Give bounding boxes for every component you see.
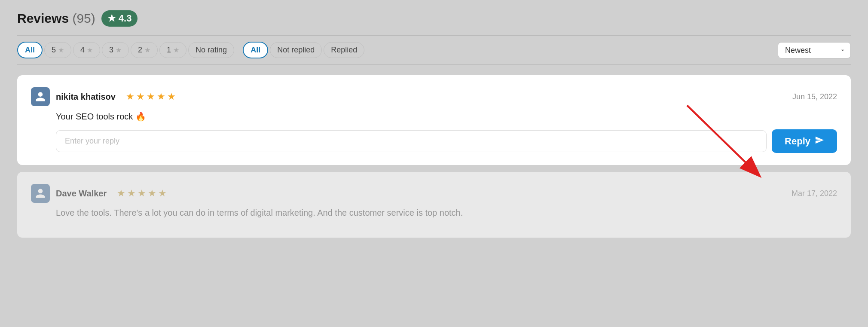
reviews-list: nikita khatisov ★ ★ ★ ★ ★ Jun 15, 2022 Y… [17, 75, 851, 238]
filter-all-stars[interactable]: All [17, 42, 43, 58]
reply-filter-group: All Not replied Replied [243, 42, 364, 58]
star-2-4: ★ [148, 188, 156, 199]
reply-input-1[interactable] [56, 130, 767, 152]
star-2-5: ★ [158, 188, 167, 199]
star-icon: ★ [107, 13, 116, 24]
stars-2: ★ ★ ★ ★ ★ [117, 188, 167, 199]
reply-button-1[interactable]: Reply [772, 129, 837, 153]
sort-select[interactable]: Newest Oldest Highest rating Lowest rati… [778, 42, 851, 58]
star-2-1: ★ [117, 188, 125, 199]
star-1-5: ★ [167, 91, 176, 102]
filter-no-rating[interactable]: No rating [188, 42, 234, 58]
filter-3-stars[interactable]: 3 ★ [102, 42, 129, 58]
reviewer-info-2: Dave Walker ★ ★ ★ ★ ★ [31, 184, 167, 203]
stars-1: ★ ★ ★ ★ ★ [126, 91, 176, 102]
review-date-1: Jun 15, 2022 [792, 92, 837, 101]
reviewer-name-1: nikita khatisov [56, 92, 116, 102]
star-2-3: ★ [138, 188, 146, 199]
filter-all-replies[interactable]: All [243, 42, 268, 58]
star-1-3: ★ [147, 91, 155, 102]
filter-not-replied[interactable]: Not replied [270, 42, 322, 58]
review-text-1: Your SEO tools rock 🔥 [56, 111, 837, 122]
filter-replied[interactable]: Replied [324, 42, 364, 58]
reviewer-info-1: nikita khatisov ★ ★ ★ ★ ★ [31, 87, 176, 106]
star-1-2: ★ [136, 91, 145, 102]
rating-value: 4.3 [119, 13, 132, 24]
sort-wrapper: Newest Oldest Highest rating Lowest rati… [778, 42, 851, 58]
filter-5-stars[interactable]: 5 ★ [44, 42, 71, 58]
title-text: Reviews [17, 11, 69, 25]
reviews-header: Reviews (95) ★ 4.3 [17, 10, 851, 27]
star-2-2: ★ [127, 188, 136, 199]
review-text-2: Love the tools. There's a lot you can do… [56, 208, 837, 218]
reply-row-1: Reply [56, 129, 837, 153]
reply-label-1: Reply [785, 136, 810, 147]
filter-1-star[interactable]: 1 ★ [159, 42, 186, 58]
avatar-2 [31, 184, 50, 203]
review-header-1: nikita khatisov ★ ★ ★ ★ ★ Jun 15, 2022 [31, 87, 837, 106]
star-filter-group: All 5 ★ 4 ★ 3 ★ 2 ★ 1 ★ No rating [17, 42, 234, 58]
filter-bar: All 5 ★ 4 ★ 3 ★ 2 ★ 1 ★ No rating All No… [17, 35, 851, 65]
rating-badge: ★ 4.3 [101, 10, 138, 27]
review-card-1: nikita khatisov ★ ★ ★ ★ ★ Jun 15, 2022 Y… [17, 75, 851, 165]
avatar-1 [31, 87, 50, 106]
review-header-2: Dave Walker ★ ★ ★ ★ ★ Mar 17, 2022 [31, 184, 837, 203]
reviewer-name-2: Dave Walker [56, 189, 107, 199]
star-1-4: ★ [157, 91, 165, 102]
review-card-2: Dave Walker ★ ★ ★ ★ ★ Mar 17, 2022 Love … [17, 172, 851, 238]
filter-4-stars[interactable]: 4 ★ [73, 42, 100, 58]
reviews-count: (95) [72, 11, 95, 25]
send-icon-1 [815, 135, 824, 147]
reviews-title: Reviews (95) [17, 11, 95, 26]
filter-2-stars[interactable]: 2 ★ [131, 42, 158, 58]
star-1-1: ★ [126, 91, 134, 102]
review-date-2: Mar 17, 2022 [792, 189, 837, 198]
